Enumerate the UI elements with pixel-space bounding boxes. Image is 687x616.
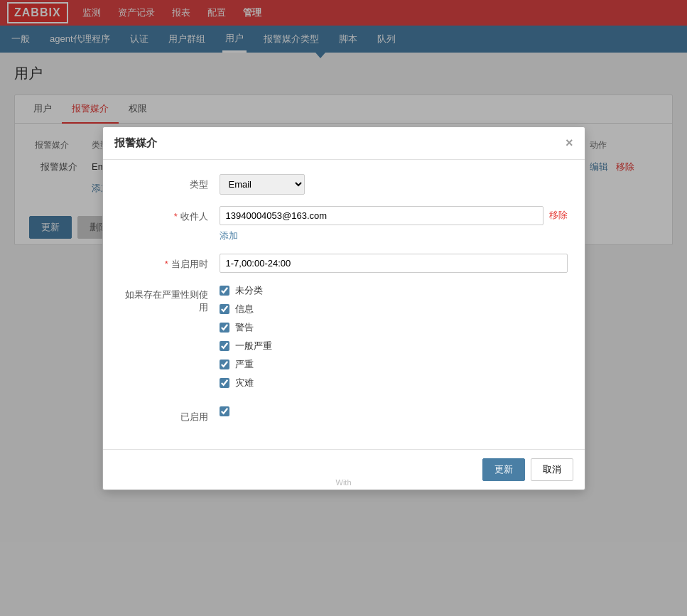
type-select[interactable]: Email SMS Jabber: [220, 174, 305, 195]
when-control: [220, 254, 568, 257]
modal: 报警媒介 × 类型 Email SMS Jabber 收件人: [102, 126, 585, 257]
recipient-remove-button[interactable]: 移除: [549, 209, 568, 222]
modal-body: 类型 Email SMS Jabber 收件人 移除: [103, 160, 585, 257]
when-row: 当启用时: [120, 254, 568, 257]
type-label: 类型: [120, 174, 220, 191]
type-row: 类型 Email SMS Jabber: [120, 174, 568, 195]
modal-title: 报警媒介: [114, 136, 157, 150]
recipient-control: 移除 添加: [220, 206, 568, 242]
add-recipient-row: 添加: [220, 229, 568, 242]
recipient-input[interactable]: [220, 206, 543, 225]
when-label: 当启用时: [120, 254, 220, 257]
modal-close-button[interactable]: ×: [566, 136, 573, 151]
recipient-row-wrapper: 收件人 移除 添加: [120, 206, 568, 242]
modal-overlay: 报警媒介 × 类型 Email SMS Jabber 收件人: [0, 0, 687, 256]
add-recipient-link[interactable]: 添加: [220, 230, 238, 241]
recipient-label: 收件人: [120, 206, 220, 223]
recipient-input-row: 移除: [220, 206, 568, 225]
type-control: Email SMS Jabber: [220, 174, 568, 195]
when-input[interactable]: [220, 254, 568, 257]
modal-header: 报警媒介 ×: [103, 127, 585, 160]
